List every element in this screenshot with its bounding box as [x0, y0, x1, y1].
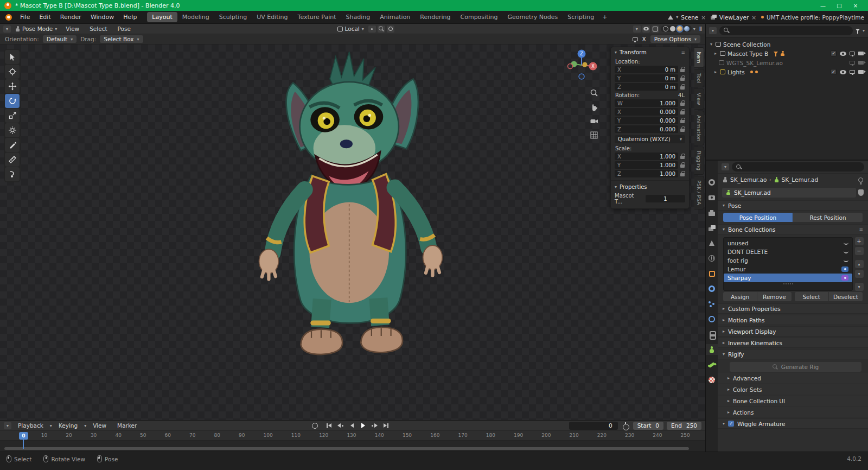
workspace-tab-modeling[interactable]: Modeling [177, 12, 214, 22]
remove-collection-button[interactable]: − [855, 247, 864, 255]
tab-object[interactable] [706, 268, 718, 279]
rotation-w-field[interactable]: W1.000 [615, 99, 678, 107]
location-z-field[interactable]: Z0 m [615, 83, 678, 91]
add-workspace-button[interactable]: + [599, 12, 610, 22]
tab-tool[interactable] [706, 177, 718, 188]
expand-icon[interactable]: ▸ [713, 69, 718, 74]
menu-window[interactable]: Window [86, 12, 118, 22]
fake-user-shield-icon[interactable] [858, 189, 864, 196]
play-reverse-button[interactable] [347, 422, 356, 429]
properties-editor-type-button[interactable]: ▾ [722, 163, 729, 170]
move-down-button[interactable]: ▾ [855, 270, 864, 278]
inverse-kinematics-panel-header[interactable]: ▸ Inverse Kinematics [718, 338, 868, 348]
3d-viewport[interactable]: Z X ▾ Transform ≡ [0, 45, 705, 420]
move-up-button[interactable]: ▴ [855, 260, 864, 268]
exclude-checkbox[interactable]: ✓ [831, 69, 837, 75]
outliner-search-input[interactable] [732, 28, 848, 34]
disable-in-renders-icon[interactable] [858, 70, 864, 74]
unlink-view-layer-icon[interactable]: × [751, 14, 756, 21]
timeline-ruler[interactable]: 0102030405060708090100110120130140150160… [0, 431, 705, 441]
select-box-tool[interactable] [5, 50, 20, 64]
workspace-tab-sculpting[interactable]: Sculpting [214, 12, 252, 22]
lock-icon[interactable] [680, 100, 685, 106]
tab-constraints[interactable] [706, 329, 718, 340]
workspace-tab-texture-paint[interactable]: Texture Paint [293, 12, 341, 22]
lock-icon[interactable] [680, 171, 685, 176]
eye-closed-icon[interactable] [844, 251, 848, 253]
scale-x-field[interactable]: X1.000 [615, 153, 678, 160]
rotation-z-field[interactable]: Z0.000 [615, 125, 678, 133]
disable-in-renders-icon[interactable] [858, 52, 864, 55]
rigify-actions-panel-header[interactable]: ▸ Actions [718, 407, 868, 417]
tab-particles[interactable] [706, 298, 718, 309]
timeline-track[interactable] [0, 441, 705, 452]
camera-view-icon[interactable] [589, 116, 599, 126]
blender-logo-icon[interactable] [4, 14, 12, 21]
rigify-color-sets-panel-header[interactable]: ▸ Color Sets [718, 384, 868, 395]
transform-panel-header[interactable]: ▾ Transform ≡ [611, 47, 689, 58]
lock-icon[interactable] [680, 67, 685, 72]
motion-paths-panel-header[interactable]: ▸ Motion Paths [718, 315, 868, 325]
outliner-editor-type-button[interactable]: ▾ [709, 27, 717, 34]
tab-object-data-armature[interactable] [706, 344, 718, 355]
editor-type-button[interactable]: ▾ [3, 26, 11, 33]
disable-in-viewports-icon[interactable] [850, 70, 855, 74]
sidebar-tab-tool[interactable]: Tool [694, 69, 704, 87]
menu-file[interactable]: File [16, 12, 34, 22]
gizmo-neg-z-axis[interactable] [579, 74, 584, 79]
toggle-perspective-grid-icon[interactable] [589, 130, 599, 140]
rotate-tool[interactable] [5, 94, 20, 108]
rotation-x-field[interactable]: X0.000 [615, 108, 678, 116]
chevron-down-icon[interactable]: ▾ [863, 28, 865, 33]
pose-panel-header[interactable]: ▾ Pose [718, 200, 868, 211]
menu-render[interactable]: Render [56, 12, 86, 22]
minimize-button[interactable]: — [815, 1, 831, 10]
sidebar-tab-animation[interactable]: Animation [694, 111, 704, 145]
timeline-scrollbar[interactable] [4, 447, 689, 450]
lock-icon[interactable] [680, 162, 685, 168]
breadcrumb-object[interactable]: SK_Lemur.ao [730, 176, 767, 183]
current-frame-field[interactable]: 0 [569, 422, 618, 430]
remove-button[interactable]: Remove [757, 292, 791, 301]
workspace-tab-rendering[interactable]: Rendering [415, 12, 455, 22]
proportional-editing-button[interactable] [387, 26, 394, 33]
previous-keyframe-button[interactable] [336, 422, 345, 429]
xray-toggle-button[interactable] [652, 26, 659, 33]
auto-keying-toggle[interactable] [312, 423, 318, 429]
playhead[interactable]: 0 [19, 432, 28, 440]
bone-collection-row-foot-rig[interactable]: foot rig [724, 256, 852, 265]
viewport-menu-pose[interactable]: Pose [113, 24, 135, 34]
rigify-panel-header[interactable]: ▾ Rigify [718, 349, 868, 359]
window-titlebar[interactable]: * Mascot Type B [D:\Mascot Type B.blend]… [0, 0, 868, 11]
breadcrumb-data[interactable]: SK_Lemur.ad [782, 176, 819, 183]
jump-to-start-button[interactable] [324, 422, 334, 429]
play-button[interactable] [359, 422, 368, 429]
rest-position-button[interactable]: Rest Position [793, 213, 863, 222]
menu-edit[interactable]: Edit [35, 12, 55, 22]
zoom-icon[interactable] [589, 88, 599, 98]
wiggle-armature-checkbox[interactable]: ✓ [728, 421, 734, 427]
filter-icon[interactable] [856, 29, 860, 31]
close-button[interactable]: × [847, 1, 864, 10]
transform-orientation-dropdown[interactable]: Local ▾ [335, 25, 367, 33]
overlays-button[interactable] [642, 26, 650, 33]
timeline-menu-view[interactable]: View [88, 421, 111, 430]
material-preview-button[interactable] [677, 26, 682, 31]
sidebar-tab-view[interactable]: View [694, 88, 704, 110]
pause-button[interactable]: Ⅱ [699, 26, 702, 32]
tab-bone[interactable] [706, 359, 718, 370]
sidebar-tab-psk-psa[interactable]: PSK / PSA [694, 176, 704, 209]
tab-output[interactable] [706, 207, 718, 218]
outliner-search[interactable] [719, 26, 853, 35]
pose-position-button[interactable]: Pose Position [723, 213, 793, 222]
maximize-button[interactable]: □ [831, 1, 847, 10]
hide-in-viewport-icon[interactable] [840, 52, 846, 56]
workspace-tab-scripting[interactable]: Scripting [563, 12, 599, 22]
solid-shading-button[interactable] [670, 26, 675, 31]
sidebar-tab-rigging[interactable]: Rigging [694, 147, 704, 175]
annotate-tool[interactable] [5, 138, 20, 152]
select-button[interactable]: Select [795, 292, 828, 301]
tab-modifiers[interactable] [706, 283, 718, 294]
move-tool[interactable] [5, 79, 20, 93]
tab-render[interactable] [706, 192, 718, 203]
